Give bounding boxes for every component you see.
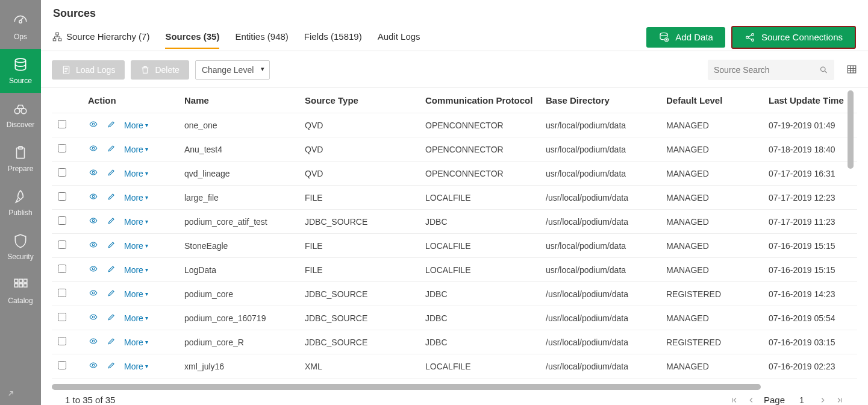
search-icon[interactable] — [819, 65, 828, 75]
row-checkbox[interactable] — [58, 337, 66, 345]
edit-icon[interactable] — [106, 289, 117, 299]
load-logs-button[interactable]: Load Logs — [52, 60, 125, 80]
edit-icon[interactable] — [106, 361, 117, 371]
svg-point-27 — [92, 219, 95, 222]
tab-sources[interactable]: Sources (35) — [165, 25, 219, 49]
row-checkbox[interactable] — [58, 361, 66, 369]
view-icon[interactable] — [88, 168, 99, 178]
table-body: Moreone_oneQVDOPENCONNECTORusr/local/pod… — [52, 113, 857, 381]
col-source-type[interactable]: Source Type — [305, 95, 425, 105]
row-checkbox[interactable] — [58, 168, 66, 177]
more-dropdown[interactable]: More — [124, 265, 148, 275]
edit-icon[interactable] — [106, 337, 117, 347]
next-page-icon[interactable] — [819, 396, 827, 404]
view-icon[interactable] — [88, 361, 99, 371]
col-action[interactable]: Action — [88, 95, 184, 105]
sidebar-item-source[interactable]: Source — [0, 49, 41, 93]
view-icon[interactable] — [88, 216, 99, 227]
col-comm-protocol[interactable]: Communication Protocol — [425, 95, 546, 105]
table-row: MoreLogDataFILELOCALFILEusr/local/podium… — [52, 258, 857, 282]
cell-base-dir: /usr/local/podium/data — [546, 338, 666, 347]
first-page-icon[interactable] — [730, 396, 738, 404]
view-icon[interactable] — [88, 289, 99, 299]
cell-source-type: FILE — [305, 265, 425, 275]
edit-icon[interactable] — [106, 144, 117, 154]
cell-last-update: 07-17-2019 11:23 — [769, 217, 857, 227]
edit-icon[interactable] — [106, 120, 117, 130]
prev-page-icon[interactable] — [747, 396, 755, 404]
col-name[interactable]: Name — [184, 95, 305, 105]
cell-base-dir: usr/local/podium/data — [546, 121, 666, 130]
more-dropdown[interactable]: More — [124, 313, 148, 323]
tab-entities[interactable]: Entities (948) — [235, 25, 288, 49]
row-checkbox[interactable] — [58, 120, 66, 128]
svg-point-33 — [92, 364, 95, 366]
edit-icon[interactable] — [106, 216, 117, 227]
more-dropdown[interactable]: More — [124, 338, 148, 347]
page-number-input[interactable] — [793, 395, 810, 405]
col-base-dir[interactable]: Base Directory — [546, 95, 666, 105]
horizontal-scrollbar[interactable] — [52, 384, 857, 390]
row-checkbox[interactable] — [58, 240, 66, 249]
row-checkbox[interactable] — [58, 192, 66, 201]
view-icon[interactable] — [88, 144, 99, 154]
cell-last-update: 07-16-2019 15:15 — [769, 265, 857, 275]
edit-icon[interactable] — [106, 313, 117, 323]
add-data-button[interactable]: Add Data — [646, 27, 725, 48]
cell-comm-protocol: JDBC — [425, 338, 546, 347]
tab-source-hierarchy[interactable]: Source Hierarchy (7) — [52, 25, 149, 49]
cell-source-type: FILE — [305, 241, 425, 251]
more-dropdown[interactable]: More — [124, 145, 148, 154]
row-checkbox[interactable] — [58, 216, 66, 225]
sidebar-item-discover[interactable]: Discover — [0, 93, 41, 137]
tab-fields[interactable]: Fields (15819) — [304, 25, 362, 49]
cell-name: qvd_lineage — [184, 169, 305, 178]
cell-default-level: MANAGED — [666, 121, 769, 130]
cell-name: one_one — [184, 121, 305, 130]
row-checkbox[interactable] — [58, 289, 66, 297]
view-icon[interactable] — [88, 265, 99, 275]
more-dropdown[interactable]: More — [124, 217, 148, 227]
edit-icon[interactable] — [106, 240, 117, 251]
change-level-select[interactable]: Change Level — [195, 60, 270, 80]
vertical-scrollbar[interactable] — [848, 90, 854, 169]
view-icon[interactable] — [88, 240, 99, 251]
more-dropdown[interactable]: More — [124, 121, 148, 130]
more-dropdown[interactable]: More — [124, 169, 148, 178]
more-dropdown[interactable]: More — [124, 193, 148, 202]
view-icon[interactable] — [88, 337, 99, 347]
tab-audit-logs[interactable]: Audit Logs — [378, 25, 420, 49]
edit-icon[interactable] — [106, 192, 117, 202]
more-dropdown[interactable]: More — [124, 289, 148, 299]
sidebar-item-label: Publish — [8, 209, 32, 217]
row-checkbox[interactable] — [58, 265, 66, 273]
source-connections-button[interactable]: Source Connections — [731, 26, 856, 49]
view-icon[interactable] — [88, 120, 99, 130]
column-toggle-button[interactable] — [846, 64, 857, 77]
col-default-level[interactable]: Default Level — [666, 95, 769, 105]
edit-icon[interactable] — [106, 265, 117, 275]
sidebar-item-prepare[interactable]: Prepare — [0, 137, 41, 181]
search-input[interactable] — [714, 65, 819, 75]
delete-button[interactable]: Delete — [131, 60, 189, 80]
more-dropdown[interactable]: More — [124, 241, 148, 251]
record-range: 1 to 35 of 35 — [65, 395, 115, 405]
last-page-icon[interactable] — [835, 396, 844, 404]
sidebar-item-security[interactable]: Security — [0, 225, 41, 269]
row-checkbox[interactable] — [58, 144, 66, 152]
table-row: Moreone_oneQVDOPENCONNECTORusr/local/pod… — [52, 113, 857, 137]
svg-point-23 — [92, 123, 95, 125]
cell-name: Anu_test4 — [184, 145, 305, 154]
view-icon[interactable] — [88, 192, 99, 202]
edit-icon[interactable] — [106, 168, 117, 178]
cell-default-level: REGISTERED — [666, 289, 769, 299]
sidebar-item-publish[interactable]: Publish — [0, 181, 41, 225]
more-dropdown[interactable]: More — [124, 362, 148, 371]
row-checkbox[interactable] — [58, 313, 66, 321]
sidebar-item-ops[interactable]: Ops — [0, 5, 41, 49]
cell-name: StoneEagle — [184, 241, 305, 251]
sidebar-expand-icon[interactable] — [6, 389, 16, 400]
sidebar-item-catalog[interactable]: Catalog — [0, 269, 41, 313]
svg-rect-12 — [56, 33, 59, 35]
view-icon[interactable] — [88, 313, 99, 323]
